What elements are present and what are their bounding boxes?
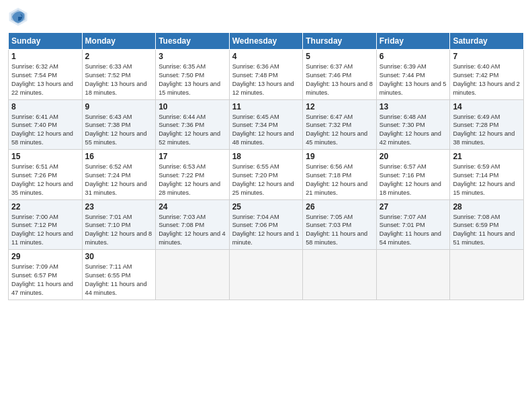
calendar-cell: 9Sunrise: 6:43 AMSunset: 7:38 PMDaylight… xyxy=(82,99,156,150)
day-info: Sunrise: 6:33 AMSunset: 7:52 PMDaylight:… xyxy=(85,62,153,97)
header-cell-wednesday: Wednesday xyxy=(229,33,303,50)
day-number: 25 xyxy=(232,202,300,212)
week-row-2: 15Sunrise: 6:51 AMSunset: 7:26 PMDayligh… xyxy=(9,150,524,200)
calendar-cell: 7Sunrise: 6:40 AMSunset: 7:42 PMDaylight… xyxy=(450,50,524,100)
calendar-cell: 23Sunrise: 7:01 AMSunset: 7:10 PMDayligh… xyxy=(82,199,156,250)
day-number: 1 xyxy=(11,52,79,61)
day-number: 8 xyxy=(11,102,79,111)
calendar-cell: 12Sunrise: 6:47 AMSunset: 7:32 PMDayligh… xyxy=(303,99,377,150)
calendar-cell: 5Sunrise: 6:37 AMSunset: 7:46 PMDaylight… xyxy=(303,50,377,100)
week-row-1: 8Sunrise: 6:41 AMSunset: 7:40 PMDaylight… xyxy=(9,99,524,150)
calendar-cell: 28Sunrise: 7:08 AMSunset: 6:59 PMDayligh… xyxy=(450,199,524,250)
day-number: 20 xyxy=(380,152,447,161)
day-info: Sunrise: 7:00 AMSunset: 7:12 PMDaylight:… xyxy=(11,213,79,248)
day-info: Sunrise: 6:48 AMSunset: 7:30 PMDaylight:… xyxy=(380,113,447,148)
day-number: 26 xyxy=(306,202,373,212)
header xyxy=(8,7,524,27)
day-info: Sunrise: 6:52 AMSunset: 7:24 PMDaylight:… xyxy=(85,163,153,197)
calendar-cell xyxy=(156,250,230,300)
calendar-cell: 30Sunrise: 7:11 AMSunset: 6:55 PMDayligh… xyxy=(82,250,156,300)
day-number: 5 xyxy=(306,52,373,61)
calendar-cell xyxy=(450,250,524,300)
header-cell-monday: Monday xyxy=(82,33,156,50)
day-info: Sunrise: 6:47 AMSunset: 7:32 PMDaylight:… xyxy=(306,113,373,148)
day-number: 18 xyxy=(232,152,300,161)
day-number: 14 xyxy=(453,102,521,111)
day-info: Sunrise: 6:59 AMSunset: 7:14 PMDaylight:… xyxy=(453,163,521,197)
day-number: 13 xyxy=(380,102,447,111)
day-number: 17 xyxy=(159,152,226,161)
calendar-cell: 20Sunrise: 6:57 AMSunset: 7:16 PMDayligh… xyxy=(376,150,450,200)
calendar-cell: 24Sunrise: 7:03 AMSunset: 7:08 PMDayligh… xyxy=(156,199,230,250)
page-container: SundayMondayTuesdayWednesdayThursdayFrid… xyxy=(0,0,532,306)
calendar-cell: 14Sunrise: 6:49 AMSunset: 7:28 PMDayligh… xyxy=(450,99,524,150)
day-info: Sunrise: 7:03 AMSunset: 7:08 PMDaylight:… xyxy=(159,213,226,248)
calendar-table: SundayMondayTuesdayWednesdayThursdayFrid… xyxy=(8,32,524,300)
calendar-cell: 16Sunrise: 6:52 AMSunset: 7:24 PMDayligh… xyxy=(82,150,156,200)
calendar-cell: 22Sunrise: 7:00 AMSunset: 7:12 PMDayligh… xyxy=(9,199,83,250)
day-info: Sunrise: 6:49 AMSunset: 7:28 PMDaylight:… xyxy=(453,113,521,148)
day-number: 10 xyxy=(159,102,226,111)
day-number: 29 xyxy=(11,252,79,261)
day-number: 9 xyxy=(85,102,153,111)
day-number: 4 xyxy=(232,52,300,61)
day-number: 21 xyxy=(453,152,521,161)
day-number: 24 xyxy=(159,202,226,212)
calendar-cell: 13Sunrise: 6:48 AMSunset: 7:30 PMDayligh… xyxy=(376,99,450,150)
day-number: 3 xyxy=(159,52,226,61)
day-info: Sunrise: 6:41 AMSunset: 7:40 PMDaylight:… xyxy=(11,113,79,148)
day-info: Sunrise: 7:09 AMSunset: 6:57 PMDaylight:… xyxy=(11,263,79,298)
calendar-cell: 15Sunrise: 6:51 AMSunset: 7:26 PMDayligh… xyxy=(9,150,83,200)
day-info: Sunrise: 7:07 AMSunset: 7:01 PMDaylight:… xyxy=(380,213,447,248)
day-info: Sunrise: 6:56 AMSunset: 7:18 PMDaylight:… xyxy=(306,163,373,197)
day-info: Sunrise: 6:37 AMSunset: 7:46 PMDaylight:… xyxy=(306,62,373,97)
day-number: 2 xyxy=(85,52,153,61)
calendar-cell: 19Sunrise: 6:56 AMSunset: 7:18 PMDayligh… xyxy=(303,150,377,200)
day-number: 28 xyxy=(453,202,521,212)
day-info: Sunrise: 6:57 AMSunset: 7:16 PMDaylight:… xyxy=(380,163,447,197)
day-info: Sunrise: 6:35 AMSunset: 7:50 PMDaylight:… xyxy=(159,62,226,97)
calendar-cell: 17Sunrise: 6:53 AMSunset: 7:22 PMDayligh… xyxy=(156,150,230,200)
calendar-cell: 6Sunrise: 6:39 AMSunset: 7:44 PMDaylight… xyxy=(376,50,450,100)
header-cell-thursday: Thursday xyxy=(303,33,377,50)
calendar-cell: 25Sunrise: 7:04 AMSunset: 7:06 PMDayligh… xyxy=(229,199,303,250)
day-info: Sunrise: 6:43 AMSunset: 7:38 PMDaylight:… xyxy=(85,113,153,148)
calendar-cell xyxy=(229,250,303,300)
day-number: 11 xyxy=(232,102,300,111)
day-info: Sunrise: 6:32 AMSunset: 7:54 PMDaylight:… xyxy=(11,62,79,97)
day-number: 7 xyxy=(453,52,521,61)
calendar-cell: 21Sunrise: 6:59 AMSunset: 7:14 PMDayligh… xyxy=(450,150,524,200)
calendar-cell: 26Sunrise: 7:05 AMSunset: 7:03 PMDayligh… xyxy=(303,199,377,250)
day-info: Sunrise: 6:40 AMSunset: 7:42 PMDaylight:… xyxy=(453,62,521,97)
calendar-cell: 8Sunrise: 6:41 AMSunset: 7:40 PMDaylight… xyxy=(9,99,83,150)
header-cell-sunday: Sunday xyxy=(9,33,83,50)
calendar-cell: 4Sunrise: 6:36 AMSunset: 7:48 PMDaylight… xyxy=(229,50,303,100)
logo-icon xyxy=(8,7,28,27)
day-info: Sunrise: 6:44 AMSunset: 7:36 PMDaylight:… xyxy=(159,113,226,148)
day-number: 30 xyxy=(85,252,153,261)
day-number: 19 xyxy=(306,152,373,161)
day-number: 15 xyxy=(11,152,79,161)
day-number: 12 xyxy=(306,102,373,111)
calendar-cell: 3Sunrise: 6:35 AMSunset: 7:50 PMDaylight… xyxy=(156,50,230,100)
day-info: Sunrise: 6:39 AMSunset: 7:44 PMDaylight:… xyxy=(380,62,447,97)
day-info: Sunrise: 7:01 AMSunset: 7:10 PMDaylight:… xyxy=(85,213,153,248)
calendar-cell xyxy=(303,250,377,300)
header-cell-saturday: Saturday xyxy=(450,33,524,50)
calendar-cell: 1Sunrise: 6:32 AMSunset: 7:54 PMDaylight… xyxy=(9,50,83,100)
day-number: 6 xyxy=(380,52,447,61)
day-info: Sunrise: 6:36 AMSunset: 7:48 PMDaylight:… xyxy=(232,62,300,97)
day-info: Sunrise: 6:55 AMSunset: 7:20 PMDaylight:… xyxy=(232,163,300,197)
day-number: 16 xyxy=(85,152,153,161)
day-info: Sunrise: 7:08 AMSunset: 6:59 PMDaylight:… xyxy=(453,213,521,248)
day-info: Sunrise: 6:51 AMSunset: 7:26 PMDaylight:… xyxy=(11,163,79,197)
header-cell-friday: Friday xyxy=(376,33,450,50)
day-info: Sunrise: 7:05 AMSunset: 7:03 PMDaylight:… xyxy=(306,213,373,248)
week-row-0: 1Sunrise: 6:32 AMSunset: 7:54 PMDaylight… xyxy=(9,50,524,100)
day-number: 23 xyxy=(85,202,153,212)
day-number: 27 xyxy=(380,202,447,212)
day-number: 22 xyxy=(11,202,79,212)
week-row-4: 29Sunrise: 7:09 AMSunset: 6:57 PMDayligh… xyxy=(9,250,524,300)
week-row-3: 22Sunrise: 7:00 AMSunset: 7:12 PMDayligh… xyxy=(9,199,524,250)
day-info: Sunrise: 6:53 AMSunset: 7:22 PMDaylight:… xyxy=(159,163,226,197)
